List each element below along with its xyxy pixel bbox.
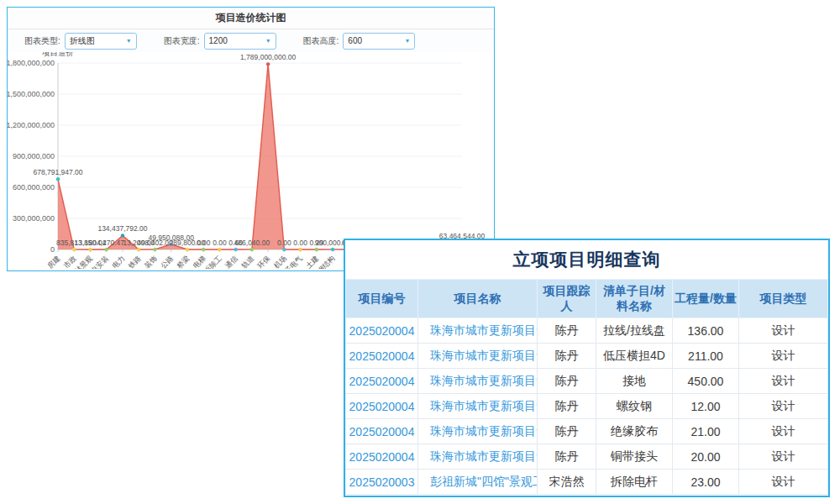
chart-type-group: 图表类型: 折线图 ▼ [24, 33, 137, 50]
cell-quantity: 136.00 [673, 318, 739, 344]
data-point[interactable] [186, 248, 189, 251]
cell-project-id[interactable]: 2025020004 [346, 344, 418, 369]
chart-height-value: 600 [348, 36, 362, 45]
data-point-label: 204,270.47 [88, 239, 124, 247]
cell-quantity: 211.00 [673, 344, 739, 369]
cell-project-type: 设计 [739, 419, 828, 444]
cell-project-name[interactable]: 彭祖新城"四馆"景观工程 [418, 470, 538, 495]
data-point[interactable] [282, 248, 286, 251]
chart-width-label: 图表宽度: [164, 35, 200, 47]
chart-toolbar: 图表类型: 折线图 ▼ 图表宽度: 1200 ▼ 图表高度: 600 ▼ [8, 29, 494, 52]
cell-project-name[interactable]: 珠海市城市更新项目紫桐 [418, 394, 538, 419]
data-point[interactable] [121, 234, 124, 237]
cell-material-name: 接地 [596, 369, 673, 394]
chart-width-value: 1200 [209, 36, 228, 45]
data-point[interactable] [153, 248, 156, 251]
data-point[interactable] [331, 248, 334, 251]
data-point[interactable] [266, 62, 270, 66]
y-tick-label: 600,000,000 [13, 183, 55, 192]
data-point[interactable] [250, 248, 254, 251]
data-point[interactable] [202, 248, 205, 251]
chevron-down-icon: ▼ [126, 38, 132, 44]
cell-project-id[interactable]: 2025020004 [346, 394, 418, 419]
project-detail-table: 项目编号项目名称项目跟踪人清单子目/材料名称工程量/数量项目类型 2025020… [345, 279, 828, 495]
cell-project-name[interactable]: 珠海市城市更新项目紫桐 [418, 344, 538, 369]
table-header-row: 项目编号项目名称项目跟踪人清单子目/材料名称工程量/数量项目类型 [346, 280, 828, 318]
data-point[interactable] [218, 248, 221, 251]
data-point-label: 1,789,000,000.00 [240, 53, 296, 61]
data-point[interactable] [72, 248, 76, 251]
data-point[interactable] [137, 248, 140, 251]
cell-project-name[interactable]: 珠海市城市更新项目紫桐 [418, 369, 538, 394]
chart-height-select[interactable]: 600 ▼ [343, 33, 415, 50]
x-category-label: 房建 [45, 254, 61, 269]
table-row: 2025020004珠海市城市更新项目紫桐陈丹铜带接头20.00设计 [346, 444, 828, 470]
cell-quantity: 23.00 [673, 470, 739, 495]
y-tick-label: 1,200,000,000 [8, 121, 55, 129]
cell-tracker: 陈丹 [538, 369, 596, 394]
cell-project-type: 设计 [739, 470, 828, 495]
cell-tracker: 陈丹 [538, 318, 596, 344]
cell-material-name: 低压横担4D [596, 344, 673, 369]
cell-project-name[interactable]: 珠海市城市更新项目紫桐 [418, 318, 538, 344]
cell-quantity: 12.00 [673, 394, 739, 419]
chart-width-select[interactable]: 1200 ▼ [204, 33, 276, 50]
y-tick-label: 300,000,000 [13, 214, 55, 223]
data-point[interactable] [56, 177, 60, 181]
cell-project-name[interactable]: 珠海市城市更新项目紫桐 [418, 419, 538, 444]
data-point[interactable] [234, 248, 237, 251]
cell-tracker: 宋浩然 [538, 470, 596, 495]
cell-project-type: 设计 [739, 394, 828, 419]
data-point-label: 134,437,792.00 [97, 224, 147, 233]
cell-project-id[interactable]: 2025020003 [346, 470, 418, 495]
column-header-project-type: 项目类型 [739, 280, 828, 318]
cell-project-id[interactable]: 2025020004 [346, 369, 418, 394]
query-panel-title: 立项项目明细查询 [345, 240, 828, 279]
cell-project-id[interactable]: 2025020004 [346, 318, 418, 344]
table-row: 2025020004珠海市城市更新项目紫桐陈丹低压横担4D211.00设计 [346, 344, 828, 369]
cell-tracker: 陈丹 [538, 394, 596, 419]
table-row: 2025020003彭祖新城"四馆"景观工程宋浩然拆除电杆23.00设计 [346, 470, 828, 495]
cell-quantity: 21.00 [673, 419, 739, 444]
cell-project-type: 设计 [739, 318, 828, 344]
cell-tracker: 陈丹 [538, 419, 596, 444]
chart-height-group: 图表高度: 600 ▼ [303, 33, 416, 50]
data-point[interactable] [105, 248, 108, 251]
y-tick-label: 0 [50, 245, 55, 254]
x-category-label: 环保 [255, 254, 272, 269]
chevron-down-icon: ▼ [265, 38, 271, 44]
y-tick-label: 1,800,000,000 [8, 59, 55, 67]
cell-material-name: 螺纹钢 [596, 394, 673, 419]
column-header-project-id: 项目编号 [346, 280, 418, 318]
project-detail-query-panel: 立项项目明细查询 项目编号项目名称项目跟踪人清单子目/材料名称工程量/数量项目类… [344, 239, 830, 497]
cell-material-name: 拉线/拉线盘 [596, 318, 673, 344]
data-point-label: 0.00 [277, 239, 291, 247]
data-point-label: 0.00 [213, 239, 227, 247]
data-point[interactable] [88, 248, 92, 251]
chart-type-select[interactable]: 折线图 ▼ [65, 33, 137, 50]
cell-project-type: 设计 [739, 369, 828, 394]
data-point[interactable] [298, 248, 302, 251]
data-point-label: 678,791,947.00 [33, 168, 82, 176]
x-category-label: 通信 [223, 254, 239, 269]
data-point-label: 486,040.00 [234, 239, 270, 247]
cell-quantity: 20.00 [673, 444, 739, 470]
x-category-label: 电力 [110, 254, 126, 269]
data-point[interactable] [315, 248, 318, 251]
data-point-label: 0.00 [293, 239, 307, 247]
x-category-label: 公路 [159, 254, 175, 269]
x-category-label: 轨道 [239, 254, 255, 269]
cell-quantity: 450.00 [673, 369, 739, 394]
chevron-down-icon: ▼ [404, 38, 410, 44]
cell-project-type: 设计 [739, 344, 828, 369]
x-category-label: 铁路 [126, 254, 143, 269]
y-tick-label: 1,500,000,000 [8, 90, 55, 98]
column-header-project-name: 项目名称 [418, 280, 538, 318]
cell-project-id[interactable]: 2025020004 [346, 444, 418, 470]
cell-project-name[interactable]: 珠海市城市更新项目紫桐 [418, 444, 538, 470]
y-tick-label: 900,000,000 [13, 152, 55, 160]
cell-project-id[interactable]: 2025020004 [346, 419, 418, 444]
data-point-label: 0.00 [197, 239, 211, 247]
cell-tracker: 陈丹 [538, 344, 596, 369]
table-row: 2025020004珠海市城市更新项目紫桐陈丹螺纹钢12.00设计 [346, 394, 828, 419]
